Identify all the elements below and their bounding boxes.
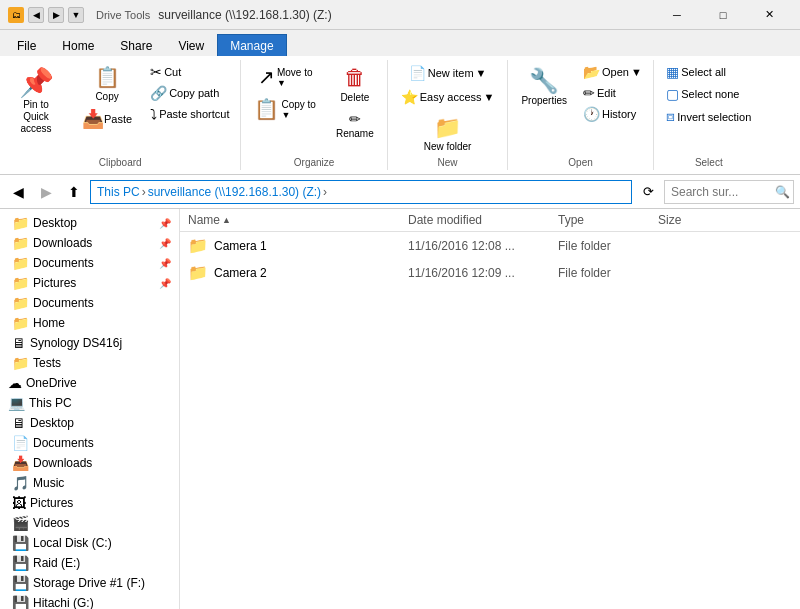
copy-button[interactable]: 📋 Copy (87, 62, 127, 105)
close-button[interactable]: ✕ (746, 0, 792, 30)
open-button[interactable]: 📂 Open ▼ (578, 62, 647, 82)
quick-access-recent[interactable]: ▼ (68, 7, 84, 23)
ribbon-tabs: File Home Share View Manage (0, 30, 800, 56)
sidebar-item-videos[interactable]: 🎬 Videos (0, 513, 179, 533)
table-row[interactable]: 📁 Camera 1 11/16/2016 12:08 ... File fol… (180, 232, 800, 259)
sidebar-item-desktop[interactable]: 🖥 Desktop (0, 413, 179, 433)
paste-shortcut-button[interactable]: ⤵ Paste shortcut (145, 104, 234, 124)
move-to-button[interactable]: ↗ Move to ▼ (247, 62, 322, 92)
sidebar-item-documents2[interactable]: 📄 Documents (0, 433, 179, 453)
forward-button[interactable]: ▶ (34, 180, 58, 204)
copy-path-icon: 🔗 (150, 85, 167, 101)
copy-path-button[interactable]: 🔗 Copy path (145, 83, 234, 103)
delete-icon: 🗑 (344, 65, 366, 91)
folder-icon: 📁 (188, 236, 208, 255)
copy-to-button[interactable]: 📋 Copy to ▼ (247, 94, 322, 124)
sidebar-item-documents[interactable]: 📁 Documents (0, 293, 179, 313)
clipboard-label: Clipboard (99, 157, 142, 168)
tab-file[interactable]: File (4, 34, 49, 56)
history-button[interactable]: 🕐 History (578, 104, 647, 124)
invert-selection-icon: ⧈ (666, 108, 675, 125)
quick-access-back[interactable]: ◀ (28, 7, 44, 23)
quick-access-forward[interactable]: ▶ (48, 7, 64, 23)
pin-label: Pin to Quick access (14, 99, 58, 135)
cut-button[interactable]: ✂ Cut (145, 62, 234, 82)
table-row[interactable]: 📁 Camera 2 11/16/2016 12:09 ... File fol… (180, 259, 800, 286)
up-button[interactable]: ⬆ (62, 180, 86, 204)
path-surveillance[interactable]: surveillance (\\192.168.1.30) (Z:) (148, 185, 321, 199)
sidebar-label: Pictures (30, 496, 73, 510)
sidebar-item-local-disk[interactable]: 💾 Local Disk (C:) (0, 533, 179, 553)
sidebar-item-storage[interactable]: 💾 Storage Drive #1 (F:) (0, 573, 179, 593)
delete-button[interactable]: 🗑 Delete (329, 62, 381, 106)
column-header-type[interactable]: Type (558, 213, 658, 227)
clipboard-content: 📌 Pin to Quick access 📋 Copy 📥 Paste ✂ C… (6, 62, 234, 155)
address-path[interactable]: This PC › surveillance (\\192.168.1.30) … (90, 180, 632, 204)
sidebar-label: Local Disk (C:) (33, 536, 112, 550)
edit-button[interactable]: ✏ Edit (578, 83, 647, 103)
maximize-button[interactable]: □ (700, 0, 746, 30)
sidebar-item-hitachi[interactable]: 💾 Hitachi (G:) (0, 593, 179, 609)
documents-icon: 📄 (12, 435, 29, 451)
select-all-icon: ▦ (666, 64, 679, 80)
sidebar-item-downloads[interactable]: 📥 Downloads (0, 453, 179, 473)
storage-icon: 💾 (12, 575, 29, 591)
select-content: ▦ Select all ▢ Select none ⧈ Invert sele… (661, 62, 756, 155)
refresh-button[interactable]: ⟳ (636, 180, 660, 204)
sidebar-item-this-pc[interactable]: 💻 This PC (0, 393, 179, 413)
rename-button[interactable]: ✏ Rename (329, 108, 381, 142)
file-header: Name ▲ Date modified Type Size (180, 209, 800, 232)
sidebar-label: Home (33, 316, 65, 330)
sidebar-item-pictures[interactable]: 🖼 Pictures (0, 493, 179, 513)
column-header-date[interactable]: Date modified (408, 213, 558, 227)
tab-share[interactable]: Share (107, 34, 165, 56)
tab-view[interactable]: View (165, 34, 217, 56)
easy-access-button[interactable]: ⭐ Easy access ▼ (394, 86, 502, 108)
properties-button[interactable]: 🔧 Properties (514, 62, 574, 111)
properties-icon: 🔧 (529, 67, 559, 95)
paste-button[interactable]: 📥 Paste (75, 105, 139, 133)
sidebar-item-home[interactable]: 📁 Home (0, 313, 179, 333)
select-all-button[interactable]: ▦ Select all (661, 62, 756, 82)
sidebar-item-synology[interactable]: 🖥 Synology DS416j (0, 333, 179, 353)
new-item-button[interactable]: 📄 New item ▼ (402, 62, 494, 84)
ribbon-group-select: ▦ Select all ▢ Select none ⧈ Invert sele… (654, 60, 764, 170)
file-area: Name ▲ Date modified Type Size 📁 Camera … (180, 209, 800, 609)
desktop-icon: 🖥 (12, 415, 26, 431)
sidebar-item-pictures-pinned[interactable]: 📁 Pictures 📌 (0, 273, 179, 293)
folder-icon: 📁 (188, 263, 208, 282)
sidebar-item-desktop-pinned[interactable]: 📁 Desktop 📌 (0, 213, 179, 233)
sidebar-label: OneDrive (26, 376, 77, 390)
column-header-name[interactable]: Name ▲ (188, 213, 408, 227)
folder-icon: 📁 (12, 295, 29, 311)
folder-icon: 📁 (12, 215, 29, 231)
ribbon-group-open: 🔧 Properties 📂 Open ▼ ✏ Edit 🕐 (508, 60, 653, 170)
invert-selection-button[interactable]: ⧈ Invert selection (661, 106, 756, 127)
new-folder-button[interactable]: 📁 New folder (417, 112, 479, 155)
sidebar-label: Videos (33, 516, 69, 530)
sidebar-item-onedrive[interactable]: ☁ OneDrive (0, 373, 179, 393)
raid-icon: 💾 (12, 555, 29, 571)
file-name-camera2: 📁 Camera 2 (188, 263, 408, 282)
sidebar-item-downloads-pinned[interactable]: 📁 Downloads 📌 (0, 233, 179, 253)
search-button[interactable]: 🔍 (775, 185, 790, 199)
sidebar-item-tests[interactable]: 📁 Tests (0, 353, 179, 373)
back-button[interactable]: ◀ (6, 180, 30, 204)
select-none-button[interactable]: ▢ Select none (661, 84, 756, 104)
sidebar-item-raid[interactable]: 💾 Raid (E:) (0, 553, 179, 573)
minimize-button[interactable]: ─ (654, 0, 700, 30)
drive-tools-label: Drive Tools (96, 9, 150, 21)
clipboard-small-buttons: ✂ Cut 🔗 Copy path ⤵ Paste shortcut (145, 62, 234, 124)
path-this-pc[interactable]: This PC (97, 185, 140, 199)
select-none-icon: ▢ (666, 86, 679, 102)
sidebar-item-music[interactable]: 🎵 Music (0, 473, 179, 493)
sidebar-item-documents-pinned[interactable]: 📁 Documents 📌 (0, 253, 179, 273)
cut-icon: ✂ (150, 64, 162, 80)
tab-home[interactable]: Home (49, 34, 107, 56)
pin-to-quick-access-button[interactable]: 📌 Pin to Quick access (6, 62, 66, 139)
window-title: surveillance (\\192.168.1.30) (Z:) (158, 8, 331, 22)
new-label: New (438, 157, 458, 168)
select-buttons: ▦ Select all ▢ Select none ⧈ Invert sele… (661, 62, 756, 127)
column-header-size[interactable]: Size (658, 213, 738, 227)
tab-manage[interactable]: Manage (217, 34, 286, 56)
